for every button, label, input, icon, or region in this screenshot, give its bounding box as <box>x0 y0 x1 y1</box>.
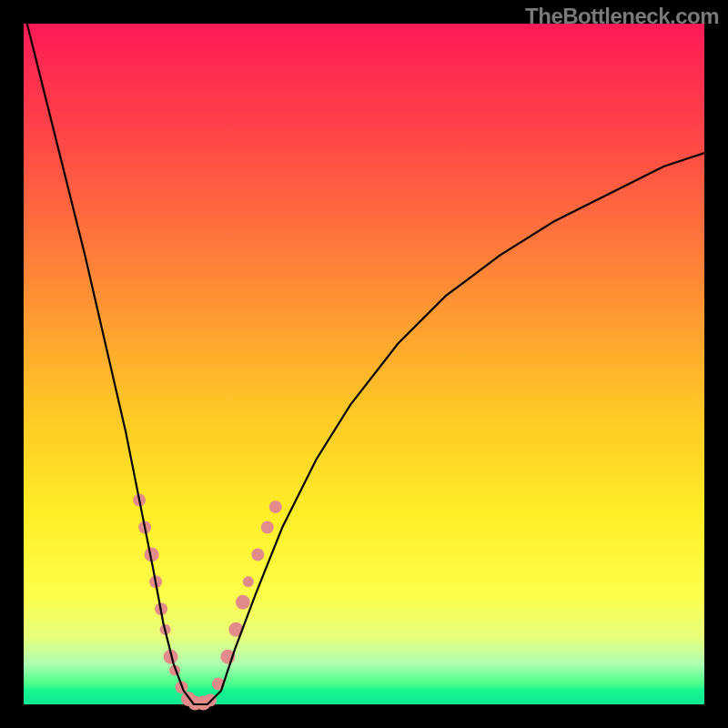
marker-point <box>261 521 274 534</box>
marker-point <box>251 548 264 561</box>
bottleneck-curve <box>24 10 704 704</box>
markers-layer <box>133 494 282 711</box>
marker-point <box>269 500 282 513</box>
chart-svg <box>0 0 728 728</box>
marker-point <box>243 576 254 587</box>
marker-point <box>236 595 250 610</box>
